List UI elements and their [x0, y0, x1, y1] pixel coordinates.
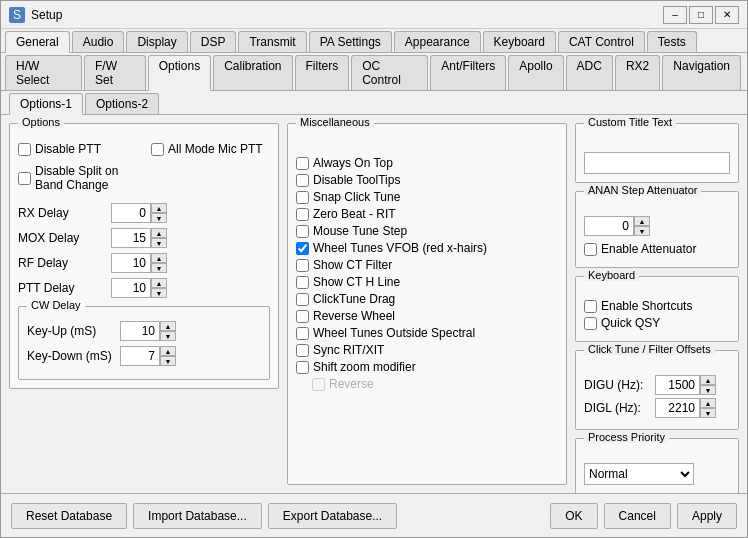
- shift-zoom-row: Shift zoom modifier: [296, 360, 558, 374]
- reset-database-button[interactable]: Reset Database: [11, 503, 127, 529]
- digu-row: DIGU (Hz): ▲ ▼: [584, 375, 730, 395]
- tab-dsp[interactable]: DSP: [190, 31, 237, 52]
- show-ct-filter-row: Show CT Filter: [296, 258, 558, 272]
- window-controls: – □ ✕: [663, 6, 739, 24]
- shift-zoom-label: Shift zoom modifier: [313, 360, 416, 374]
- process-priority-select[interactable]: Normal High Realtime Low: [584, 463, 694, 485]
- wheel-tunes-vfob-checkbox[interactable]: [296, 242, 309, 255]
- keydown-down[interactable]: ▼: [160, 356, 176, 366]
- tab-filters[interactable]: Filters: [295, 55, 350, 90]
- tab-calibration[interactable]: Calibration: [213, 55, 292, 90]
- keyup-row: Key-Up (mS) ▲ ▼: [27, 321, 261, 341]
- always-on-top-label: Always On Top: [313, 156, 393, 170]
- show-ct-h-line-checkbox[interactable]: [296, 276, 309, 289]
- process-priority-panel: Process Priority Normal High Realtime Lo…: [575, 438, 739, 493]
- digu-spinner: ▲ ▼: [655, 375, 716, 395]
- tab-appearance[interactable]: Appearance: [394, 31, 481, 52]
- mox-delay-up[interactable]: ▲: [151, 228, 167, 238]
- tab-ant-filters[interactable]: Ant/Filters: [430, 55, 506, 90]
- enable-attenuator-label: Enable Attenuator: [601, 242, 696, 256]
- tab-audio[interactable]: Audio: [72, 31, 125, 52]
- digl-down[interactable]: ▼: [700, 408, 716, 418]
- digl-input[interactable]: [655, 398, 700, 418]
- keyup-input[interactable]: [120, 321, 160, 341]
- disable-tooltips-checkbox[interactable]: [296, 174, 309, 187]
- snap-click-tune-checkbox[interactable]: [296, 191, 309, 204]
- mox-delay-down[interactable]: ▼: [151, 238, 167, 248]
- disable-ptt-checkbox[interactable]: [18, 143, 31, 156]
- anan-down[interactable]: ▼: [634, 226, 650, 236]
- ptt-delay-down[interactable]: ▼: [151, 288, 167, 298]
- close-button[interactable]: ✕: [715, 6, 739, 24]
- reverse-wheel-checkbox[interactable]: [296, 310, 309, 323]
- keyup-down[interactable]: ▼: [160, 331, 176, 341]
- snap-click-tune-row: Snap Click Tune: [296, 190, 558, 204]
- keydown-up[interactable]: ▲: [160, 346, 176, 356]
- rx-delay-spinner: ▲ ▼: [111, 203, 167, 223]
- digu-down[interactable]: ▼: [700, 385, 716, 395]
- tab-options-2[interactable]: Options-2: [85, 93, 159, 114]
- tab-options[interactable]: Options: [148, 55, 211, 91]
- all-mode-mic-checkbox[interactable]: [151, 143, 164, 156]
- rx-delay-down[interactable]: ▼: [151, 213, 167, 223]
- custom-title-input[interactable]: [584, 152, 730, 174]
- ptt-delay-input[interactable]: [111, 278, 151, 298]
- keyup-up[interactable]: ▲: [160, 321, 176, 331]
- rf-delay-input[interactable]: [111, 253, 151, 273]
- keydown-spinner: ▲ ▼: [120, 346, 176, 366]
- tab-fw-set[interactable]: F/W Set: [84, 55, 146, 90]
- tab-pa-settings[interactable]: PA Settings: [309, 31, 392, 52]
- tab-navigation[interactable]: Navigation: [662, 55, 741, 90]
- import-database-button[interactable]: Import Database...: [133, 503, 262, 529]
- tab-hw-select[interactable]: H/W Select: [5, 55, 82, 90]
- enable-attenuator-checkbox[interactable]: [584, 243, 597, 256]
- digl-up[interactable]: ▲: [700, 398, 716, 408]
- tab-oc-control[interactable]: OC Control: [351, 55, 428, 90]
- keyboard-panel: Keyboard Enable Shortcuts Quick QSY: [575, 276, 739, 342]
- ptt-delay-up[interactable]: ▲: [151, 278, 167, 288]
- anan-input[interactable]: [584, 216, 634, 236]
- rx-delay-spinner-btns: ▲ ▼: [151, 203, 167, 223]
- wheel-outside-spectral-checkbox[interactable]: [296, 327, 309, 340]
- keydown-input[interactable]: [120, 346, 160, 366]
- wheel-outside-spectral-label: Wheel Tunes Outside Spectral: [313, 326, 475, 340]
- apply-button[interactable]: Apply: [677, 503, 737, 529]
- tab-options-1[interactable]: Options-1: [9, 93, 83, 115]
- tab-display[interactable]: Display: [126, 31, 187, 52]
- clicktune-drag-checkbox[interactable]: [296, 293, 309, 306]
- mox-delay-input[interactable]: [111, 228, 151, 248]
- tab-keyboard[interactable]: Keyboard: [483, 31, 556, 52]
- sync-rit-xit-checkbox[interactable]: [296, 344, 309, 357]
- rx-delay-up[interactable]: ▲: [151, 203, 167, 213]
- cancel-button[interactable]: Cancel: [604, 503, 671, 529]
- tab-tests[interactable]: Tests: [647, 31, 697, 52]
- tab-transmit[interactable]: Transmit: [238, 31, 306, 52]
- always-on-top-checkbox[interactable]: [296, 157, 309, 170]
- rf-delay-down[interactable]: ▼: [151, 263, 167, 273]
- rf-delay-up[interactable]: ▲: [151, 253, 167, 263]
- quick-qsy-checkbox[interactable]: [584, 317, 597, 330]
- anan-up[interactable]: ▲: [634, 216, 650, 226]
- tab-rx2[interactable]: RX2: [615, 55, 660, 90]
- ok-button[interactable]: OK: [550, 503, 597, 529]
- rx-delay-input[interactable]: [111, 203, 151, 223]
- tab-cat-control[interactable]: CAT Control: [558, 31, 645, 52]
- digu-input[interactable]: [655, 375, 700, 395]
- shift-zoom-checkbox[interactable]: [296, 361, 309, 374]
- show-ct-filter-label: Show CT Filter: [313, 258, 392, 272]
- tab-apollo[interactable]: Apollo: [508, 55, 563, 90]
- zero-beat-checkbox[interactable]: [296, 208, 309, 221]
- export-database-button[interactable]: Export Database...: [268, 503, 397, 529]
- custom-title-content: [584, 142, 730, 174]
- reverse-checkbox[interactable]: [312, 378, 325, 391]
- mouse-tune-step-checkbox[interactable]: [296, 225, 309, 238]
- digu-up[interactable]: ▲: [700, 375, 716, 385]
- minimize-button[interactable]: –: [663, 6, 687, 24]
- maximize-button[interactable]: □: [689, 6, 713, 24]
- tab-general[interactable]: General: [5, 31, 70, 53]
- reverse-wheel-row: Reverse Wheel: [296, 309, 558, 323]
- enable-shortcuts-checkbox[interactable]: [584, 300, 597, 313]
- disable-split-checkbox[interactable]: [18, 172, 31, 185]
- tab-adc[interactable]: ADC: [566, 55, 613, 90]
- show-ct-filter-checkbox[interactable]: [296, 259, 309, 272]
